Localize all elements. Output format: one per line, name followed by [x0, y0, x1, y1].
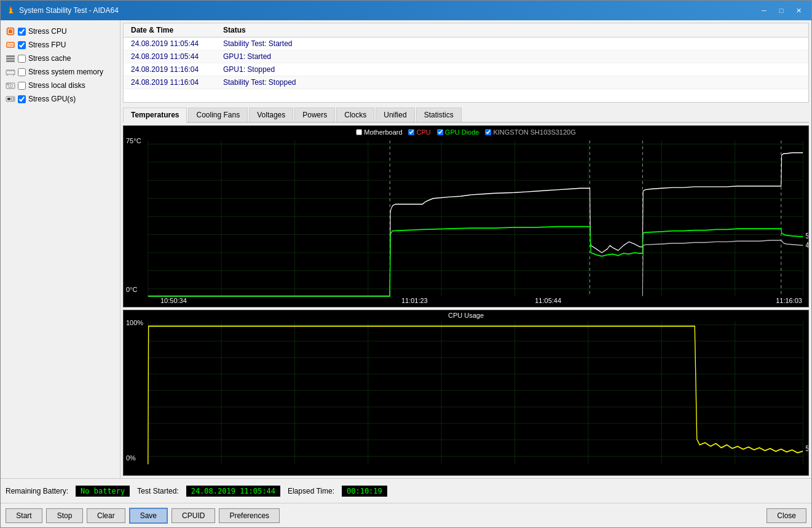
charts-area: Motherboard CPU GPU Diode KINGSTON [120, 125, 811, 478]
log-panel: Date & Time Status 24.08.2019 11:05:44 S… [123, 23, 809, 103]
start-button[interactable]: Start [6, 508, 42, 523]
log-cell-datetime: 24.08.2019 11:05:44 [128, 52, 221, 61]
legend-cpu: CPU [409, 128, 431, 136]
elapsed-time-label: Elapsed Time: [288, 487, 334, 495]
left-sidebar: Stress CPU FPU Stress FPU Stress c [1, 20, 120, 478]
log-row: 24.08.2019 11:05:44 Stability Test: Star… [124, 37, 808, 50]
stress-disks-checkbox[interactable] [18, 82, 26, 90]
svg-rect-23 [9, 70, 10, 71]
log-row: 24.08.2019 11:16:04 Stability Test: Stop… [124, 76, 808, 89]
stress-fpu-checkbox[interactable] [18, 41, 26, 49]
cpu-y-bottom: 0% [126, 454, 136, 462]
legend-kingston-label: KINGSTON SH103S3120G [493, 128, 575, 136]
tab-cooling-fans[interactable]: Cooling Fans [188, 108, 248, 122]
test-started-label: Test Started: [137, 487, 178, 495]
status-bar: Remaining Battery: No battery Test Start… [1, 478, 811, 503]
legend-gpu-diode: GPU Diode [437, 128, 479, 136]
stress-cache-item: Stress cache [3, 52, 117, 65]
disk-icon [6, 81, 15, 90]
save-button[interactable]: Save [129, 508, 168, 524]
time-label-6: 11:16:03 [776, 297, 802, 304]
temperature-chart: Motherboard CPU GPU Diode KINGSTON [123, 125, 809, 307]
svg-rect-36 [11, 100, 12, 101]
button-bar: Start Stop Clear Save CPUID Preferences … [1, 503, 811, 527]
log-col-status: Status [221, 25, 248, 36]
legend-gpu-diode-label: GPU Diode [445, 128, 479, 136]
window-title: System Stability Test - AIDA64 [19, 6, 119, 15]
legend-cpu-label: CPU [417, 128, 431, 136]
svg-rect-35 [13, 98, 14, 99]
temp-y-bottom: 0°C [126, 286, 137, 293]
svg-rect-25 [13, 70, 14, 71]
log-body[interactable]: 24.08.2019 11:05:44 Stability Test: Star… [124, 37, 808, 102]
preferences-button[interactable]: Preferences [219, 508, 280, 523]
tab-clocks[interactable]: Clocks [336, 108, 374, 122]
tab-powers[interactable]: Powers [294, 108, 335, 122]
stop-button[interactable]: Stop [46, 508, 83, 523]
title-bar-left: System Stability Test - AIDA64 [6, 6, 119, 15]
stress-disks-item: Stress local disks [3, 79, 117, 92]
minimize-button[interactable]: ─ [756, 4, 772, 17]
close-button[interactable]: Close [767, 508, 806, 523]
temp-y-top: 75°C [126, 137, 141, 144]
stress-gpu-item: Stress GPU(s) [3, 93, 117, 105]
stress-cache-checkbox[interactable] [18, 55, 26, 63]
legend-motherboard-label: Motherboard [364, 128, 402, 136]
cpu-y-top: 100% [126, 319, 143, 326]
stress-cpu-item: Stress CPU [3, 25, 117, 37]
cache-icon [6, 53, 15, 63]
clear-button[interactable]: Clear [87, 508, 125, 523]
tab-unified[interactable]: Unified [376, 108, 414, 122]
log-header: Date & Time Status [124, 23, 808, 37]
stress-cpu-label: Stress CPU [28, 27, 67, 36]
legend-motherboard-checkbox[interactable] [356, 129, 362, 135]
svg-point-30 [10, 85, 11, 87]
legend-kingston: KINGSTON SH103S3120G [485, 128, 575, 136]
test-started-value: 24.08.2019 11:05:44 [186, 486, 280, 497]
svg-rect-18 [6, 55, 15, 57]
temp-time-labels: 10:50:34 11:01:23 11:05:44 11:16:03 [160, 297, 802, 304]
legend-gpu-diode-checkbox[interactable] [437, 129, 443, 135]
tab-statistics[interactable]: Statistics [416, 108, 462, 122]
cpu-usage-chart: CPU Usage 100% 0% [123, 310, 809, 476]
cpuid-button[interactable]: CPUID [171, 508, 215, 523]
fpu-icon: FPU [6, 40, 15, 50]
svg-text:46: 46 [806, 241, 808, 250]
stress-gpu-checkbox[interactable] [18, 95, 26, 103]
stress-cpu-checkbox[interactable] [18, 28, 26, 36]
app-icon [6, 6, 15, 15]
svg-text:5%: 5% [806, 444, 808, 453]
legend-cpu-checkbox[interactable] [409, 129, 415, 135]
svg-rect-34 [11, 98, 12, 99]
cpu-icon [6, 26, 15, 36]
tabs: Temperatures Cooling Fans Voltages Power… [123, 108, 809, 123]
main-window: System Stability Test - AIDA64 ─ □ ✕ [0, 0, 812, 528]
svg-text:FPU: FPU [8, 43, 15, 47]
svg-rect-24 [11, 70, 12, 71]
tab-temperatures[interactable]: Temperatures [123, 108, 187, 123]
log-cell-datetime: 24.08.2019 11:16:04 [128, 65, 221, 74]
temp-chart-svg: 52 46 [124, 126, 808, 307]
stress-fpu-label: Stress FPU [28, 41, 66, 49]
log-cell-status: Stability Test: Started [221, 39, 295, 49]
log-cell-datetime: 24.08.2019 11:16:04 [128, 77, 221, 87]
window-close-button[interactable]: ✕ [790, 4, 806, 17]
maximize-button[interactable]: □ [773, 4, 789, 17]
log-row: 24.08.2019 11:05:44 GPU1: Started [124, 50, 808, 63]
svg-rect-20 [6, 60, 15, 62]
remaining-battery-value: No battery [76, 486, 130, 497]
remaining-battery-label: Remaining Battery: [6, 487, 68, 495]
log-cell-datetime: 24.08.2019 11:05:44 [128, 39, 221, 49]
tab-voltages[interactable]: Voltages [249, 108, 293, 122]
stress-memory-checkbox[interactable] [18, 68, 26, 76]
legend-kingston-checkbox[interactable] [485, 129, 491, 135]
legend-motherboard: Motherboard [356, 128, 402, 136]
svg-rect-22 [7, 70, 9, 71]
content-area: Stress CPU FPU Stress FPU Stress c [1, 20, 811, 478]
stress-gpu-label: Stress GPU(s) [28, 95, 76, 103]
tabs-area: Temperatures Cooling Fans Voltages Power… [123, 108, 809, 123]
cpu-chart-title: CPU Usage [448, 312, 484, 319]
svg-rect-19 [6, 58, 15, 60]
stress-fpu-item: FPU Stress FPU [3, 39, 117, 51]
log-cell-status: Stability Test: Stopped [221, 77, 299, 87]
